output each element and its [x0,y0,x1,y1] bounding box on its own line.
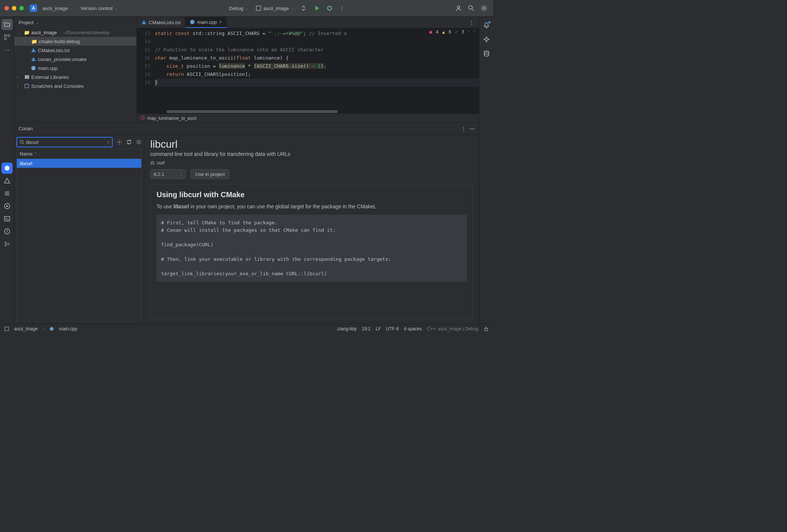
project-header[interactable]: Project ⌄ [14,17,136,28]
horizontal-scrollbar[interactable] [137,110,479,113]
expand-icon[interactable]: › [17,84,22,88]
notifications-icon[interactable] [482,20,491,30]
ai-assistant-icon[interactable] [482,35,491,44]
svg-point-22 [20,140,23,143]
structure-tool-icon[interactable] [1,32,13,43]
chevron-up-icon[interactable]: ˄ [468,30,470,34]
app-badge: A [30,4,37,12]
use-button-label: Use in project [195,172,225,177]
cpp-file-icon [190,19,195,25]
name-column-label: Name [20,151,33,157]
code-lines[interactable]: static const std::string ASCII_CHARS = "… [155,28,479,110]
expand-icon[interactable]: › [17,75,22,79]
todo-tool-icon[interactable] [1,188,13,199]
project-name: ascii_image [42,6,68,11]
more-tool-icon[interactable]: ⋯ [1,44,13,55]
run-icon[interactable] [312,3,322,13]
database-icon[interactable] [482,49,491,58]
tree-ext-libs[interactable]: › External Libraries [14,73,136,81]
line-num: 17 [137,62,150,70]
run-config-selector[interactable]: Debug ⌄ [227,4,251,13]
titlebar: A ascii_image ⌄ Version control ⌄ Debug … [0,0,493,17]
status-project[interactable]: ascii_image [14,326,38,331]
chevron-down-icon: ⌄ [291,6,294,10]
use-in-project-button[interactable]: Use in project [190,169,229,179]
build-icon[interactable] [299,3,309,13]
result-label: libcurl [20,161,32,166]
chevron-down-icon[interactable]: ˅ [473,30,475,34]
tab-cmakelists[interactable]: CMakeLists.txt [137,17,185,28]
tree-main-cpp[interactable]: c main.cpp [14,64,136,73]
tab-more-icon[interactable]: ⋮ [466,17,476,27]
close-icon[interactable]: × [219,19,222,25]
settings-icon[interactable] [479,3,489,13]
services-tool-icon[interactable] [1,201,13,212]
tab-main-cpp[interactable]: main.cpp × [185,17,227,28]
status-clang-tidy[interactable]: .clang-tidy [336,326,357,331]
eye-icon[interactable] [136,139,142,145]
list-header-name[interactable]: Name ˄ [16,149,142,158]
refresh-icon[interactable] [126,139,132,145]
status-cursor-pos[interactable]: 19:2 [362,326,370,331]
svg-point-3 [469,6,472,9]
status-encoding[interactable]: UTF-8 [386,326,399,331]
vcs-menu[interactable]: Version control ⌄ [78,4,120,13]
project-selector[interactable]: ascii_image ⌄ [40,4,76,13]
minimize-icon[interactable]: — [470,126,475,131]
status-context[interactable]: C++: ascii_image | Debug [427,326,478,331]
conan-search-box[interactable]: × [16,137,113,147]
tab-label: CMakeLists.txt [149,20,180,25]
conan-title: Conan [19,126,33,131]
gear-icon[interactable] [116,139,122,145]
minimize-icon[interactable] [12,6,16,10]
vcs-tool-icon[interactable] [1,238,13,250]
more-icon[interactable]: ⋮ [337,3,347,13]
code-area[interactable]: 13 14 15 16 17 18 19 static const std::s… [137,28,479,110]
function-icon: ⓕ [141,115,145,121]
status-file[interactable]: main.cpp [59,326,77,331]
lock-icon[interactable] [484,326,489,331]
svg-rect-16 [25,75,26,79]
tree-cmakelists[interactable]: CMakeLists.txt [14,46,136,55]
run-target-selector[interactable]: ascii_image ⌄ [254,4,296,13]
left-tool-rail: ⋯ [0,17,14,324]
search-icon[interactable] [466,3,476,13]
project-tool-icon[interactable] [1,19,13,30]
svg-rect-5 [4,35,6,36]
line-num: 14 [137,38,150,46]
zoom-icon[interactable] [19,6,24,10]
list-item[interactable]: libcurl [17,159,141,168]
line-num: 18 [137,70,150,78]
warn-count: 6 [449,29,451,35]
tree-cmake-build[interactable]: › 📁 cmake-build-debug [14,37,136,46]
tree-conan-provider[interactable]: conan_provider.cmake [14,55,136,64]
target-icon [256,6,261,11]
code-breadcrumb[interactable]: ⓕ map_luminance_to_ascii [137,113,479,122]
more-icon[interactable]: ⋮ [461,126,466,131]
package-title: libcurl [150,138,473,150]
debug-icon[interactable] [325,3,334,13]
problems-tool-icon[interactable] [1,175,13,186]
clear-icon[interactable]: × [107,140,110,145]
code-with-me-icon[interactable] [454,3,463,13]
version-select[interactable]: 8.2.1 ⌄ [150,169,186,179]
svg-rect-7 [4,38,6,40]
tree-item-label: External Libraries [31,74,69,80]
right-tool-rail [479,17,493,324]
svg-point-13 [8,243,9,245]
inspection-badges[interactable]: ●4 ▲6 ✓3 ˄ ˅ [430,29,475,35]
close-icon[interactable] [4,6,9,10]
tree-scratches[interactable]: › Scratches and Consoles [14,81,136,90]
tree-root[interactable]: ⌄ 📁 ascii_image ~/Documents/develop [14,28,136,37]
doc-panel: Using libcurl with CMake To use libcurl … [150,184,473,320]
terminal-tool-icon[interactable] [1,213,13,224]
search-input[interactable] [26,140,105,145]
conan-tool-icon[interactable] [1,163,13,174]
line-num: 15 [137,46,150,54]
expand-icon[interactable]: ⌄ [17,31,22,35]
doc-code-block[interactable]: # First, tell CMake to find the package.… [157,215,467,282]
expand-icon[interactable]: › [25,39,30,44]
messages-tool-icon[interactable] [1,226,13,237]
status-line-ending[interactable]: LF [376,326,381,331]
status-indent[interactable]: 4 spaces [404,326,422,331]
